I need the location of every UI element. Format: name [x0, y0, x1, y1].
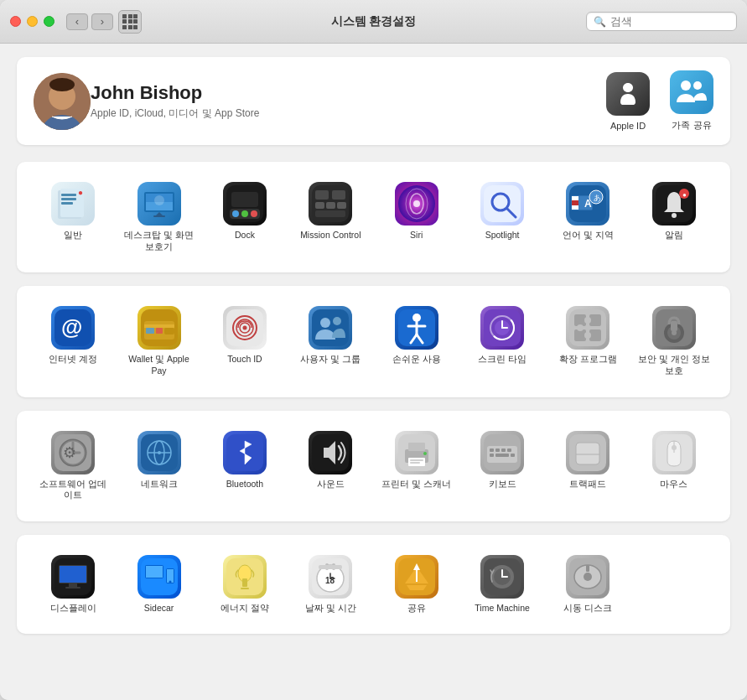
bluetooth-item[interactable]: Bluetooth	[205, 424, 284, 508]
siri-item[interactable]: Siri	[377, 175, 456, 259]
sidecar-item[interactable]: Sidecar	[119, 548, 198, 621]
svg-rect-79	[574, 314, 586, 326]
energy-item[interactable]: 에너지 절약	[205, 548, 284, 621]
printers-item[interactable]: 프린터 및 스캐너	[377, 424, 456, 508]
traffic-lights	[10, 16, 54, 27]
profile-subtitle: Apple ID, iCloud, 미디어 및 App Store	[91, 106, 606, 121]
startup-disk-item[interactable]: 시동 디스크	[548, 548, 627, 621]
grid-view-button[interactable]	[118, 10, 142, 34]
mission-control-item[interactable]: Mission Control	[291, 175, 370, 259]
extensions-label: 확장 프로그램	[559, 354, 617, 366]
svg-point-33	[413, 200, 420, 207]
desktop-icon	[137, 182, 181, 226]
users-item[interactable]: 사용자 및 그룹	[291, 299, 370, 383]
accessibility-item[interactable]: 손쉬운 사용	[377, 299, 456, 383]
spotlight-item[interactable]: Spotlight	[463, 175, 542, 259]
dock-item[interactable]: Dock	[205, 175, 284, 259]
keyboard-item[interactable]: 키보드	[463, 424, 542, 508]
trackpad-label: 트랙패드	[569, 479, 606, 490]
keyboard-icon	[480, 431, 524, 474]
time-machine-item[interactable]: Time Machine	[463, 548, 542, 621]
titlebar: ‹ › 시스템 환경설정 🔍	[0, 0, 747, 44]
minimize-button[interactable]	[27, 16, 38, 27]
back-button[interactable]: ‹	[66, 13, 88, 30]
touchid-item[interactable]: Touch ID	[205, 299, 284, 383]
datetime-label: 날짜 및 시간	[305, 603, 356, 614]
svg-rect-82	[589, 329, 601, 341]
svg-point-84	[577, 324, 584, 331]
screentime-label: 스크린 타임	[478, 354, 527, 366]
general-icon: ●	[51, 182, 95, 226]
display-icon	[51, 555, 95, 599]
svg-point-91	[672, 330, 677, 335]
dock-icon	[223, 182, 267, 226]
svg-rect-42	[572, 205, 578, 210]
window-title: 시스템 환경설정	[331, 14, 417, 29]
search-bar[interactable]: 🔍	[586, 12, 737, 31]
svg-point-100	[158, 451, 161, 454]
network-icon	[137, 431, 181, 474]
svg-point-20	[241, 210, 248, 217]
mouse-item[interactable]: 마우스	[635, 424, 713, 508]
svg-point-65	[333, 317, 341, 325]
software-update-label: 소프트웨어 업데이트	[37, 479, 109, 501]
network-item[interactable]: 네트워크	[119, 424, 198, 508]
internet-accounts-item[interactable]: @ 인터넷 계정	[34, 299, 112, 383]
sound-icon	[309, 431, 352, 474]
display-item[interactable]: 디스플레이	[34, 548, 112, 621]
wallet-label: Wallet 및 Apple Pay	[122, 354, 195, 376]
language-label: 언어 및 지역	[563, 230, 614, 241]
svg-point-19	[232, 210, 239, 217]
trackpad-item[interactable]: 트랙패드	[548, 424, 627, 508]
search-icon: 🔍	[594, 16, 606, 28]
dock-label: Dock	[235, 230, 255, 241]
icon-grid-1: ● 일반	[34, 175, 713, 259]
svg-point-5	[693, 81, 702, 90]
language-item[interactable]: A あ 언어 및 지역	[548, 175, 627, 259]
svg-rect-117	[495, 454, 509, 457]
apple-id-button[interactable]: Apple ID	[606, 72, 650, 131]
security-label: 보안 및 개인 정보 보호	[638, 354, 710, 376]
printers-icon	[395, 431, 438, 474]
security-item[interactable]: 보안 및 개인 정보 보호	[635, 299, 713, 383]
svg-rect-56	[146, 328, 154, 334]
software-update-item[interactable]: ⚙ 소프트웨어 업데이트	[34, 424, 112, 508]
screentime-item[interactable]: 스크린 타임	[463, 299, 542, 383]
wallet-item[interactable]: Wallet 및 Apple Pay	[119, 299, 198, 383]
svg-text:●: ●	[78, 188, 83, 197]
svg-rect-16	[153, 215, 165, 217]
svg-point-15	[154, 195, 164, 205]
time-machine-icon	[480, 555, 524, 599]
svg-point-47	[672, 213, 677, 218]
notification-item[interactable]: ● 알림	[635, 175, 713, 259]
trackpad-icon	[566, 431, 610, 474]
desktop-item[interactable]: 데스크탑 및 화면 보호기	[119, 175, 198, 259]
sharing-item[interactable]: 공유	[377, 548, 456, 621]
forward-button[interactable]: ›	[91, 13, 113, 30]
svg-rect-120	[576, 443, 599, 464]
extensions-item[interactable]: 확장 프로그램	[548, 299, 627, 383]
family-sharing-button[interactable]: 가족 공유	[670, 70, 713, 132]
svg-point-3	[49, 78, 75, 91]
datetime-item[interactable]: 18 날짜 및 시간	[291, 548, 370, 621]
sound-item[interactable]: 사운드	[291, 424, 370, 508]
sidecar-icon	[137, 555, 181, 599]
svg-point-159	[584, 573, 592, 581]
datetime-icon: 18	[309, 555, 352, 599]
svg-text:●: ●	[682, 191, 687, 199]
general-item[interactable]: ● 일반	[34, 175, 112, 259]
siri-label: Siri	[410, 230, 423, 241]
energy-icon	[223, 555, 267, 599]
siri-icon	[395, 182, 438, 226]
svg-rect-90	[671, 321, 677, 331]
screentime-icon	[480, 306, 524, 350]
maximize-button[interactable]	[44, 16, 54, 27]
svg-rect-116	[490, 454, 494, 457]
mission-icon	[309, 182, 352, 226]
time-machine-label: Time Machine	[475, 603, 530, 614]
svg-point-83	[584, 317, 591, 324]
svg-point-86	[584, 332, 591, 339]
close-button[interactable]	[10, 16, 21, 27]
profile-info: John Bishop Apple ID, iCloud, 미디어 및 App …	[91, 82, 606, 121]
search-input[interactable]	[610, 15, 728, 28]
